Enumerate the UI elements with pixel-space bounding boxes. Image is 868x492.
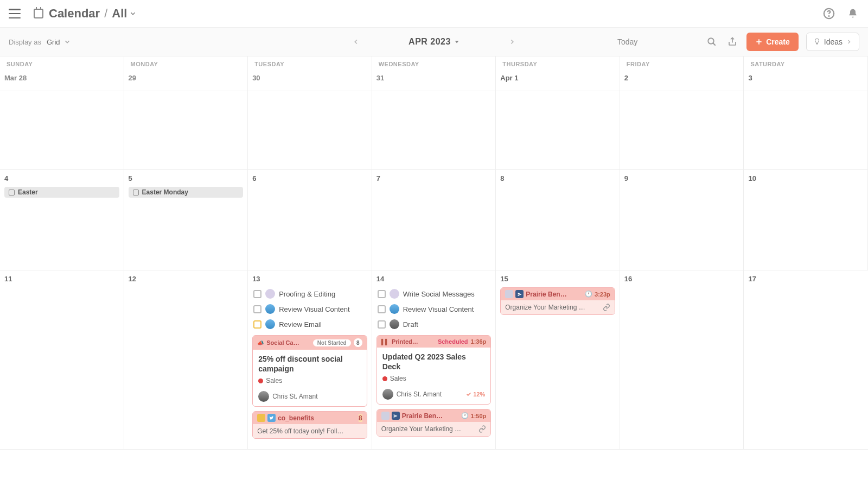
- create-button[interactable]: Create: [746, 33, 799, 51]
- day-number: 31: [376, 72, 492, 85]
- ideas-button[interactable]: Ideas: [806, 33, 859, 51]
- day-cell[interactable]: 12: [124, 270, 248, 450]
- day-cell[interactable]: 3: [744, 70, 868, 91]
- day-number: 12: [129, 273, 244, 286]
- holiday-event[interactable]: Easter: [4, 187, 119, 198]
- day-cell[interactable]: 30: [248, 70, 372, 91]
- display-mode-select[interactable]: Grid: [47, 38, 71, 46]
- day-cell-body[interactable]: [0, 91, 124, 170]
- day-cell[interactable]: 7: [372, 170, 496, 270]
- day-number: 17: [748, 273, 864, 286]
- checkbox[interactable]: [378, 290, 386, 298]
- progress-badge: 12%: [466, 391, 485, 398]
- day-cell[interactable]: 14 Write Social Messages Review Visual C…: [372, 270, 496, 450]
- day-cell[interactable]: 10: [744, 170, 868, 270]
- day-cell-body[interactable]: [620, 91, 744, 170]
- help-button[interactable]: [822, 7, 835, 20]
- checkbox[interactable]: [253, 305, 261, 313]
- weekday-header: MONDAY: [124, 56, 248, 70]
- flag-icon: ▌▌: [381, 339, 389, 345]
- search-button[interactable]: [705, 35, 718, 48]
- today-button[interactable]: Today: [617, 37, 637, 46]
- prev-month-button[interactable]: [352, 38, 360, 46]
- day-number: 13: [252, 273, 367, 286]
- month-picker[interactable]: APR 2023: [409, 37, 459, 47]
- status-badge: Not Started: [313, 339, 351, 346]
- day-number: 4: [4, 172, 119, 186]
- day-cell-body[interactable]: [372, 91, 496, 170]
- next-month-button[interactable]: [508, 38, 516, 46]
- day-number: 10: [748, 172, 863, 186]
- svg-point-3: [708, 38, 714, 44]
- lightbulb-icon: [813, 38, 821, 46]
- day-cell-body[interactable]: [744, 91, 868, 170]
- task-label: Write Social Messages: [403, 290, 475, 298]
- day-number: 11: [4, 273, 119, 286]
- card-type: Printed…: [392, 338, 435, 345]
- day-number: 9: [624, 172, 739, 186]
- checkbox[interactable]: [378, 305, 386, 313]
- social-message-card[interactable]: Prairie Ben… 🕐 1:50p Organize Your Marke…: [376, 409, 492, 437]
- day-cell[interactable]: 9: [620, 170, 744, 270]
- link-icon: [478, 425, 486, 433]
- status-badge: Scheduled: [438, 338, 468, 345]
- task-item[interactable]: Draft: [376, 317, 492, 332]
- task-item[interactable]: Proofing & Editing: [252, 286, 367, 301]
- breadcrumb-selector[interactable]: All: [112, 7, 137, 21]
- day-cell[interactable]: 17: [744, 270, 868, 450]
- card-time: 3:23p: [595, 291, 610, 298]
- holiday-event[interactable]: Easter Monday: [129, 187, 244, 198]
- day-cell[interactable]: 6: [248, 170, 372, 270]
- day-cell[interactable]: 15 Prairie Ben… 🕐 3:23p Organize Your Ma…: [496, 270, 620, 450]
- share-button[interactable]: [726, 35, 739, 48]
- count-badge: 8: [359, 414, 362, 422]
- message-preview: Organize Your Marketing …: [505, 304, 599, 311]
- channel-icon: [381, 412, 390, 420]
- task-item[interactable]: Review Visual Content: [376, 301, 492, 317]
- megaphone-icon: 📣: [257, 340, 264, 346]
- day-cell[interactable]: 13 Proofing & Editing Review Visual Cont…: [248, 270, 372, 450]
- day-cell-body[interactable]: [496, 91, 620, 170]
- task-item[interactable]: Write Social Messages: [376, 286, 492, 301]
- day-cell[interactable]: 31: [372, 70, 496, 91]
- count-badge: 8: [354, 338, 362, 347]
- svg-marker-2: [455, 41, 459, 43]
- day-cell[interactable]: Apr 1: [496, 70, 620, 91]
- day-cell[interactable]: Mar 28: [0, 70, 124, 91]
- card-time: 1:50p: [471, 413, 487, 419]
- card-title: 25% off discount social campaign: [258, 354, 361, 374]
- weekday-header: TUESDAY: [248, 56, 372, 70]
- day-cell[interactable]: 11: [0, 270, 124, 450]
- day-number: 29: [129, 72, 244, 85]
- checkbox[interactable]: [253, 320, 261, 329]
- social-message-card[interactable]: co_benefits 8 Get 25% off today only! Fo…: [252, 411, 367, 439]
- project-card[interactable]: 📣 Social Ca… Not Started 8 25% off disco…: [252, 335, 367, 407]
- day-cell[interactable]: 2: [620, 70, 744, 91]
- account-label: Prairie Ben…: [526, 291, 583, 298]
- day-cell-body[interactable]: [248, 91, 372, 170]
- display-as-label: Display as: [9, 38, 41, 46]
- day-number: 3: [748, 72, 863, 85]
- app-title[interactable]: Calendar: [49, 7, 100, 21]
- notifications-button[interactable]: [846, 7, 859, 20]
- clock-icon: 🕐: [461, 412, 469, 419]
- day-cell[interactable]: 4 Easter: [0, 170, 124, 270]
- day-cell[interactable]: 8: [496, 170, 620, 270]
- task-item[interactable]: Review Email: [252, 317, 367, 332]
- channel-icon: [505, 290, 513, 298]
- holiday-label: Easter Monday: [142, 188, 188, 196]
- checkbox[interactable]: [253, 290, 261, 298]
- day-cell[interactable]: 16: [620, 270, 744, 450]
- task-item[interactable]: Review Visual Content: [252, 301, 367, 317]
- day-cell[interactable]: 5 Easter Monday: [124, 170, 248, 270]
- menu-button[interactable]: [9, 9, 21, 18]
- account-label: Prairie Ben…: [402, 412, 459, 420]
- calendar-icon: [133, 190, 139, 195]
- social-message-card[interactable]: Prairie Ben… 🕐 3:23p Organize Your Marke…: [500, 287, 615, 315]
- channel-icon: [257, 414, 265, 422]
- project-card[interactable]: ▌▌ Printed… Scheduled 1:36p Updated Q2 2…: [376, 335, 492, 405]
- day-cell[interactable]: 29: [124, 70, 248, 91]
- chevron-right-icon: [846, 39, 852, 45]
- checkbox[interactable]: [378, 320, 386, 329]
- day-cell-body[interactable]: [124, 91, 248, 170]
